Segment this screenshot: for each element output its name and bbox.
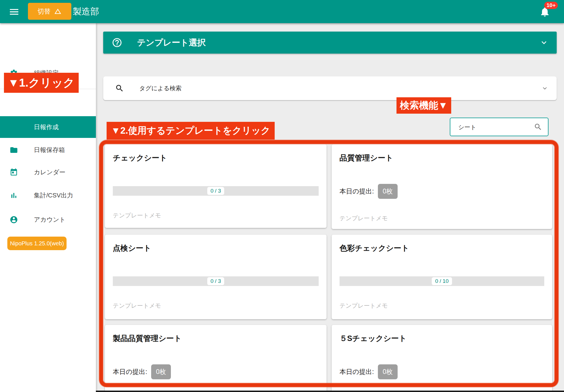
card-title: ５Sチェックシート xyxy=(340,333,407,343)
sidebar-item-csv-export[interactable]: 集計/CSV出力 xyxy=(0,188,96,203)
template-card[interactable]: チェックシート 0 / 3 テンプレートメモ xyxy=(105,144,327,228)
app-window: 切替 製造部 10+ 組織設定 日報作成 日報保存箱 xyxy=(0,0,564,392)
submit-count-chip: 0枚 xyxy=(378,364,398,379)
template-search-input[interactable] xyxy=(458,118,529,136)
menu-icon[interactable] xyxy=(8,6,20,17)
template-card[interactable]: 色彩チェックシート 0 / 10 テンプレートメモ xyxy=(332,235,552,319)
triangle-icon xyxy=(54,7,62,15)
card-title: 品質管理シート xyxy=(340,153,393,163)
template-card[interactable]: ５Sチェックシート 本日の提出: 0枚 xyxy=(332,325,552,392)
submit-count-row: 本日の提出: 0枚 xyxy=(340,364,398,379)
submit-count-chip: 0枚 xyxy=(151,364,171,379)
annotation-search-feature: 検索機能▼ xyxy=(396,97,451,114)
bar-chart-icon xyxy=(10,191,18,200)
search-icon xyxy=(115,84,124,93)
tag-search-label: タグによる検索 xyxy=(139,76,181,100)
switch-button-label: 切替 xyxy=(38,7,50,16)
submit-label: 本日の提出: xyxy=(113,367,147,376)
calendar-icon xyxy=(10,168,18,177)
help-icon[interactable] xyxy=(112,37,122,48)
chevron-down-icon[interactable] xyxy=(541,85,548,92)
sidebar-item-report-box[interactable]: 日報保存箱 xyxy=(0,142,96,158)
submit-count-row: 本日の提出: 0枚 xyxy=(113,364,171,379)
page-title: 製造部 xyxy=(73,0,99,23)
template-search-box xyxy=(450,118,548,136)
template-memo: テンプレートメモ xyxy=(340,214,388,222)
sidebar-item-label: アカウント xyxy=(34,215,66,224)
annotation-step2: ▼2.使用するテンプレートをクリック xyxy=(107,122,275,140)
submit-label: 本日の提出: xyxy=(340,187,374,196)
progress-value: 0 / 3 xyxy=(207,277,224,285)
sidebar-item-create-report[interactable]: 日報作成 xyxy=(0,116,96,138)
folder-icon xyxy=(10,146,18,154)
app-header: 切替 製造部 xyxy=(0,0,564,23)
bottom-edge-line xyxy=(96,391,564,392)
template-card[interactable]: 点検シート 0 / 3 テンプレートメモ xyxy=(105,235,327,319)
account-icon xyxy=(10,215,18,224)
progress-bar: 0 / 3 xyxy=(113,276,319,286)
submit-count-row: 本日の提出: 0枚 xyxy=(340,184,398,199)
submit-label: 本日の提出: xyxy=(340,367,374,376)
card-title: 製品品質管理シート xyxy=(113,333,182,343)
sidebar-item-label: 日報保存箱 xyxy=(34,146,65,154)
card-title: 点検シート xyxy=(113,243,151,253)
search-icon[interactable] xyxy=(534,123,542,131)
template-memo: テンプレートメモ xyxy=(113,302,161,310)
version-button[interactable]: NipoPlus 1.25.0(web) xyxy=(7,237,67,250)
sidebar-item-calendar[interactable]: カレンダー xyxy=(0,164,96,180)
progress-bar: 0 / 3 xyxy=(113,186,319,196)
template-select-banner[interactable]: テンプレート選択 xyxy=(103,32,557,54)
sidebar-item-label: カレンダー xyxy=(34,168,65,177)
chevron-down-icon[interactable] xyxy=(539,38,549,47)
card-title: チェックシート xyxy=(113,153,167,163)
submit-count-chip: 0枚 xyxy=(378,184,398,199)
switch-department-button[interactable]: 切替 xyxy=(28,3,71,20)
annotation-step1: ▼1.クリック xyxy=(4,73,79,93)
progress-bar: 0 / 10 xyxy=(340,276,544,286)
sidebar-item-label: 日報作成 xyxy=(34,123,59,131)
sidebar-item-label: 集計/CSV出力 xyxy=(34,191,73,200)
sidebar-item-account[interactable]: アカウント xyxy=(0,212,96,228)
template-card[interactable]: 製品品質管理シート 本日の提出: 0枚 xyxy=(105,325,327,392)
template-card[interactable]: 品質管理シート 本日の提出: 0枚 テンプレートメモ xyxy=(332,144,552,229)
banner-title: テンプレート選択 xyxy=(137,32,206,54)
progress-value: 0 / 10 xyxy=(432,277,452,285)
card-title: 色彩チェックシート xyxy=(340,243,409,253)
template-memo: テンプレートメモ xyxy=(113,212,161,219)
template-memo: テンプレートメモ xyxy=(340,302,388,310)
tag-search-bar[interactable]: タグによる検索 xyxy=(103,76,557,100)
notification-count-badge: 10+ xyxy=(544,2,558,9)
progress-value: 0 / 3 xyxy=(207,187,224,195)
